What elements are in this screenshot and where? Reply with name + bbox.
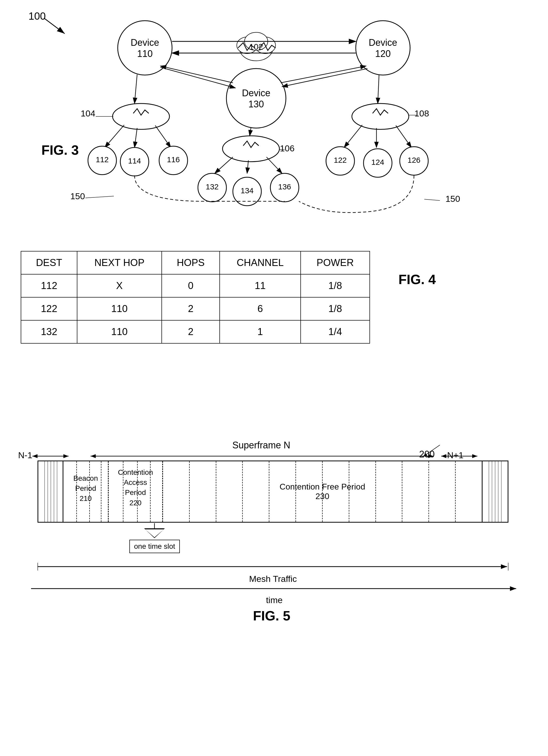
superframe-n-label: Superframe N <box>98 440 424 451</box>
beacon-period-section: Beacon Period 210 <box>63 461 109 522</box>
svg-line-53 <box>396 125 411 147</box>
col-dest: DEST <box>21 251 77 274</box>
svg-rect-79 <box>43 461 59 523</box>
fig3-container: 100 FIG. 3 Device 110 Device 120 <box>26 8 517 230</box>
cell-nexthop-1: 110 <box>77 297 161 320</box>
svg-text:116: 116 <box>167 155 180 164</box>
svg-text:110: 110 <box>137 48 153 59</box>
mesh-traffic-arrow <box>38 561 508 572</box>
svg-text:136: 136 <box>278 182 291 191</box>
svg-text:124: 124 <box>371 158 384 166</box>
timeslot-indicator: one time slot <box>129 523 180 553</box>
fig4-label: FIG. 4 <box>398 272 436 287</box>
svg-text:120: 120 <box>375 48 391 59</box>
svg-text:104: 104 <box>81 108 95 118</box>
svg-text:134: 134 <box>241 186 254 195</box>
cell-channel-1: 6 <box>220 297 300 320</box>
svg-text:132: 132 <box>206 182 219 191</box>
svg-line-28 <box>135 128 137 147</box>
timeslot-label: one time slot <box>129 540 180 553</box>
mesh-traffic-label: Mesh Traffic <box>38 574 508 584</box>
svg-line-66 <box>378 75 379 103</box>
svg-rect-80 <box>488 461 503 523</box>
cell-hops-1: 2 <box>162 297 220 320</box>
cell-dest-2: 132 <box>21 320 77 343</box>
time-area: time <box>31 585 517 605</box>
cell-power-2: 1/4 <box>301 320 370 343</box>
fig5-np1-arrows <box>440 454 479 459</box>
cell-nexthop-2: 110 <box>77 320 161 343</box>
col-nexthop: NEXT HOP <box>77 251 161 274</box>
svg-point-36 <box>223 136 279 162</box>
cell-channel-0: 11 <box>220 274 300 297</box>
cell-hops-2: 2 <box>162 320 220 343</box>
svg-line-51 <box>344 125 362 147</box>
cap-section: Contention Access Period 220 <box>109 461 163 522</box>
main-frame: Beacon Period 210 Contention Access Peri… <box>63 461 483 523</box>
superframe-arrow <box>89 454 436 459</box>
cap-label: Contention Access Period 220 <box>118 467 153 508</box>
svg-text:150: 150 <box>446 194 460 204</box>
cell-dest-0: 112 <box>21 274 77 297</box>
fig5-n-minus-1: N-1 <box>18 450 32 460</box>
mesh-traffic-area: Mesh Traffic <box>38 561 508 584</box>
svg-text:114: 114 <box>128 157 141 165</box>
svg-line-39 <box>215 157 233 173</box>
cfp-label: Contention Free Period 230 <box>280 482 365 501</box>
svg-line-23 <box>281 66 366 83</box>
svg-marker-83 <box>145 529 164 537</box>
svg-text:Device: Device <box>369 37 397 48</box>
svg-line-65 <box>250 128 251 136</box>
svg-line-64 <box>135 75 137 103</box>
cell-hops-0: 0 <box>162 274 220 297</box>
svg-text:106: 106 <box>280 143 295 153</box>
prev-frame <box>38 461 63 523</box>
svg-point-10 <box>226 69 286 128</box>
svg-text:122: 122 <box>334 156 347 164</box>
time-label: time <box>31 595 517 605</box>
cell-dest-1: 122 <box>21 297 77 320</box>
table-header-row: DEST NEXT HOP HOPS CHANNEL POWER <box>21 251 370 274</box>
beacon-period-label: Beacon Period 210 <box>73 473 98 504</box>
svg-point-24 <box>113 103 169 129</box>
svg-point-48 <box>352 103 409 129</box>
table-row: 122 110 2 6 1/8 <box>21 297 370 320</box>
svg-text:Device: Device <box>242 88 270 98</box>
superframe-bar: Beacon Period 210 Contention Access Peri… <box>38 461 508 523</box>
cell-nexthop-0: X <box>77 274 161 297</box>
svg-line-20 <box>160 67 235 88</box>
svg-line-41 <box>266 157 282 173</box>
fig4-container: DEST NEXT HOP HOPS CHANNEL POWER 112 X 0… <box>21 251 370 344</box>
svg-line-40 <box>247 160 248 173</box>
svg-line-61 <box>85 196 114 198</box>
routing-table: DEST NEXT HOP HOPS CHANNEL POWER 112 X 0… <box>21 251 370 344</box>
time-arrow-svg <box>31 585 517 592</box>
svg-text:112: 112 <box>96 155 109 164</box>
cell-channel-2: 1 <box>220 320 300 343</box>
col-power: POWER <box>301 251 370 274</box>
svg-line-27 <box>105 125 124 147</box>
table-row: 132 110 2 1 1/4 <box>21 320 370 343</box>
svg-line-22 <box>282 69 367 87</box>
svg-line-21 <box>160 66 233 83</box>
svg-text:108: 108 <box>414 108 429 118</box>
svg-text:102: 102 <box>249 42 263 51</box>
fig5-label: FIG. 5 <box>16 608 528 624</box>
svg-text:150: 150 <box>70 191 85 201</box>
fig5-n1-arrows <box>31 454 70 459</box>
fig3-svg: Device 110 Device 120 Device 130 102 <box>26 8 517 230</box>
svg-line-63 <box>424 199 440 201</box>
timeslot-arrow <box>143 523 166 539</box>
cell-power-0: 1/8 <box>301 274 370 297</box>
svg-text:130: 130 <box>248 99 264 109</box>
cell-power-1: 1/8 <box>301 297 370 320</box>
svg-text:Device: Device <box>131 37 159 48</box>
svg-line-29 <box>155 125 171 147</box>
table-row: 112 X 0 11 1/8 <box>21 274 370 297</box>
cfp-section: Contention Free Period 230 <box>163 461 482 522</box>
svg-point-7 <box>356 21 410 75</box>
svg-text:126: 126 <box>408 156 420 164</box>
col-channel: CHANNEL <box>220 251 300 274</box>
col-hops: HOPS <box>162 251 220 274</box>
next-frame <box>483 461 508 523</box>
